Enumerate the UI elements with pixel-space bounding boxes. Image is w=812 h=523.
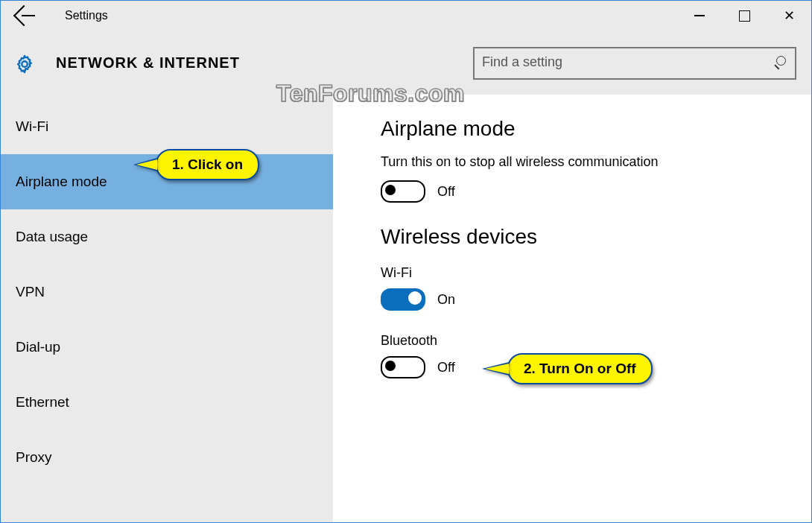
wireless-devices-heading: Wireless devices — [381, 225, 792, 249]
close-button[interactable]: ✕ — [767, 1, 811, 31]
window-title: Settings — [65, 9, 108, 22]
svg-point-0 — [22, 61, 27, 66]
back-button[interactable] — [1, 1, 42, 31]
nav-item-label: Ethernet — [16, 394, 69, 411]
section-title: NETWORK & INTERNET — [56, 54, 240, 72]
bluetooth-toggle[interactable] — [381, 356, 425, 378]
nav-item-label: Wi-Fi — [16, 118, 48, 135]
content-panel: Airplane mode Turn this on to stop all w… — [333, 95, 811, 522]
body: Wi-FiAirplane modeData usageVPNDial-upEt… — [1, 95, 811, 522]
maximize-button[interactable] — [722, 1, 767, 31]
nav-item-label: Airplane mode — [16, 174, 107, 190]
callout-1: 1. Click on — [156, 149, 259, 180]
search-box[interactable] — [473, 47, 796, 80]
callout-1-text: 1. Click on — [172, 156, 243, 172]
nav-item-label: VPN — [16, 284, 45, 300]
settings-window: Settings ✕ NETWORK & INTERNET Wi-FiAirpl… — [0, 0, 812, 523]
airplane-mode-state: Off — [437, 184, 455, 200]
nav-item-label: Proxy — [16, 449, 52, 466]
sidebar-item-proxy[interactable]: Proxy — [1, 430, 333, 485]
wifi-state: On — [437, 292, 455, 308]
window-controls: ✕ — [677, 1, 811, 31]
sidebar-item-dial-up[interactable]: Dial-up — [1, 320, 333, 375]
sidebar-item-ethernet[interactable]: Ethernet — [1, 375, 333, 430]
sidebar-item-vpn[interactable]: VPN — [1, 264, 333, 320]
airplane-mode-toggle[interactable] — [381, 180, 425, 203]
bluetooth-label: Bluetooth — [381, 333, 792, 349]
callout-2-text: 2. Turn On or Off — [524, 361, 636, 376]
search-icon — [774, 56, 787, 69]
airplane-mode-heading: Airplane mode — [381, 117, 792, 141]
airplane-mode-description: Turn this on to stop all wireless commun… — [381, 154, 792, 170]
titlebar: Settings ✕ — [1, 1, 811, 31]
nav-item-label: Data usage — [16, 229, 88, 245]
wifi-toggle[interactable] — [381, 288, 425, 311]
gear-icon — [14, 54, 35, 75]
wifi-label: Wi-Fi — [381, 265, 792, 281]
search-input[interactable] — [475, 48, 773, 75]
sidebar-item-data-usage[interactable]: Data usage — [1, 209, 333, 264]
minimize-button[interactable] — [677, 1, 722, 31]
nav-item-label: Dial-up — [16, 339, 60, 355]
header: NETWORK & INTERNET — [1, 31, 811, 95]
sidebar-item-wifi[interactable]: Wi-Fi — [1, 99, 333, 154]
callout-2: 2. Turn On or Off — [507, 353, 653, 384]
bluetooth-state: Off — [437, 360, 455, 375]
